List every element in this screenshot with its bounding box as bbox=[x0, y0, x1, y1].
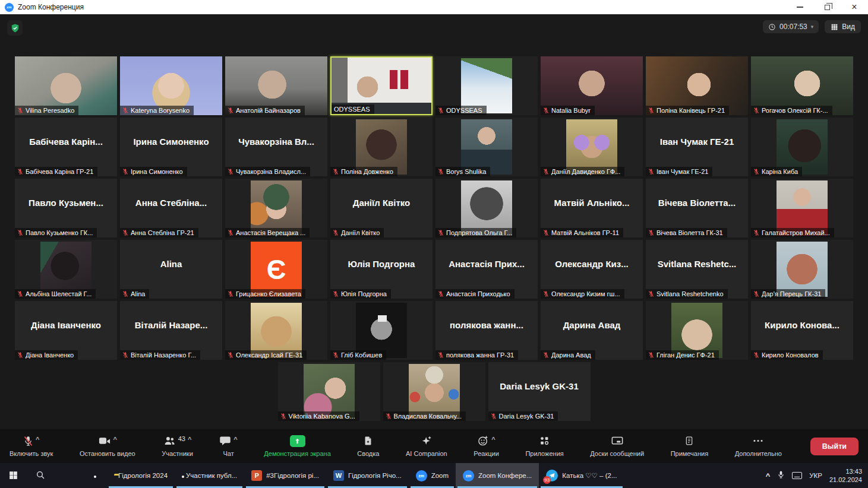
taskbar-app[interactable]: 93Катька ♡♡ – (2... bbox=[539, 463, 624, 488]
muted-mic-icon bbox=[333, 229, 339, 236]
toolbar-camera-button[interactable]: ^Остановить видео bbox=[80, 435, 135, 457]
participant-name-label: Галатайстров Михай... bbox=[751, 228, 834, 237]
participant-tile[interactable]: Дар'я Перець ГК-31 bbox=[751, 240, 853, 299]
participant-tile[interactable]: Вічева Віолетта... Вічева Віолетта ГК-31 bbox=[646, 179, 748, 237]
toolbar-ai-companion-button[interactable]: AI Companion bbox=[406, 435, 447, 457]
participant-tile[interactable]: Каріна Киба bbox=[751, 118, 853, 176]
participant-tile[interactable]: Юлія Подгорна Юлія Подгорна bbox=[330, 240, 433, 299]
tray-expand-icon[interactable]: ^ bbox=[766, 471, 771, 480]
participant-tile[interactable]: Галатайстров Михай... bbox=[751, 179, 853, 237]
taskbar-app[interactable]: zmZoom Конфере... bbox=[456, 463, 539, 488]
taskbar-app[interactable]: WГідрологія Річо... bbox=[326, 463, 409, 488]
participant-tile[interactable]: Бабічева Карін... Бабічева Каріна ГР-21 bbox=[15, 118, 117, 176]
meeting-timer[interactable]: 00:07:53 ▾ bbox=[763, 20, 819, 33]
participant-tile[interactable]: полякова жанн... полякова жанна ГР-31 bbox=[435, 301, 538, 360]
participant-tile[interactable]: Кирило Конова... Кирило Коновалов bbox=[751, 301, 853, 360]
tray-mic-icon[interactable] bbox=[777, 470, 785, 481]
chevron-up-icon[interactable]: ^ bbox=[113, 436, 117, 443]
toolbar-label: Сводка bbox=[357, 450, 379, 457]
chevron-up-icon[interactable]: ^ bbox=[188, 436, 191, 443]
muted-mic-icon bbox=[122, 290, 128, 297]
close-button[interactable]: × bbox=[841, 0, 868, 14]
taskbar-paint-button[interactable] bbox=[53, 463, 80, 488]
participant-tile[interactable]: Подпрятова Ольга Г... bbox=[435, 179, 538, 237]
participant-tile[interactable]: Рогачов Олексій ГК-... bbox=[751, 56, 853, 115]
participant-tile[interactable]: Іван Чумак ГЕ-21 Іван Чумак ГЕ-21 bbox=[646, 118, 748, 176]
taskbar-start-button[interactable] bbox=[0, 463, 27, 488]
toolbar-mic-muted-button[interactable]: ^Включить звук bbox=[10, 435, 53, 457]
participant-tile[interactable]: Даніїл Квітко Даніїл Квітко bbox=[330, 179, 433, 237]
participant-tile[interactable]: Анастасія Верещака ... bbox=[225, 179, 327, 237]
participant-tile[interactable]: Даніїл Давиденко ГФ... bbox=[541, 118, 643, 176]
taskbar-app[interactable]: zmZoom bbox=[409, 463, 456, 488]
taskbar-app[interactable]: P#3Гідрологія рі... bbox=[244, 463, 326, 488]
taskbar-app[interactable]: Гідрологія 2024 bbox=[107, 463, 175, 488]
chevron-up-icon[interactable]: ^ bbox=[233, 436, 237, 443]
toolbar-participants-button[interactable]: 43^Участники bbox=[162, 435, 193, 457]
toolbar-chat-button[interactable]: ^Чат bbox=[219, 435, 237, 457]
leave-button[interactable]: Выйти bbox=[810, 438, 858, 455]
participant-tile[interactable]: Олександр Ісай ГЕ-31 bbox=[225, 301, 327, 360]
taskbar-search-button[interactable] bbox=[27, 463, 53, 488]
toolbar-more-button[interactable]: Дополнительно bbox=[735, 435, 782, 457]
participant-display-name: Svitlana Reshetc... bbox=[646, 240, 748, 288]
toolbar-label: Доски сообщений bbox=[590, 450, 644, 457]
security-button[interactable] bbox=[7, 20, 23, 36]
participant-tile[interactable]: Natalia Bubyr bbox=[541, 56, 643, 115]
participant-tile[interactable]: Анна Стебліна... Анна Стебліна ГР-21 bbox=[120, 179, 222, 237]
participant-tile[interactable]: ODYSSEAS bbox=[435, 56, 538, 115]
participant-tile[interactable]: Анастасія Прих... Анастасія Приходько bbox=[435, 240, 538, 299]
participant-name-label: Даніїл Квітко bbox=[330, 228, 384, 237]
participant-tile[interactable]: Alina Alina bbox=[120, 240, 222, 299]
participant-tile[interactable]: Є Грицаєнко Єлизавета bbox=[225, 240, 327, 299]
taskbar-app[interactable]: Участник публ... bbox=[175, 463, 244, 488]
meeting-area: 00:07:53 ▾ Вид Vilina Peresadko Kateryna… bbox=[0, 14, 868, 463]
participant-tile[interactable]: Daria Lesyk GK-31 Daria Lesyk GK-31 bbox=[488, 362, 591, 421]
participant-tile[interactable]: Поліна Довженко bbox=[330, 118, 433, 176]
participant-tile[interactable]: Владислав Ковальчу... bbox=[383, 362, 485, 421]
toolbar-summary-button[interactable]: Сводка bbox=[357, 435, 379, 457]
participant-tile[interactable]: Павло Кузьмен... Павло Кузьменко ГК... bbox=[15, 179, 117, 237]
taskbar-chrome-button[interactable] bbox=[80, 463, 107, 488]
participant-tile[interactable]: Матвій Альніко... Матвій Альніков ГР-11 bbox=[541, 179, 643, 237]
participant-tile[interactable]: Віталій Назаре... Віталій Назаренко Г... bbox=[120, 301, 222, 360]
maximize-button[interactable] bbox=[813, 0, 841, 14]
participant-tile[interactable]: Олександр Киз... Олександр Кизим гш... bbox=[541, 240, 643, 299]
participant-tile[interactable]: Чувакорзіна Вл... Чувакорзіна Владисл... bbox=[225, 118, 327, 176]
participant-tile[interactable]: Ірина Симоненко Ірина Симоненко bbox=[120, 118, 222, 176]
participant-tile[interactable]: Borys Shulika bbox=[435, 118, 538, 176]
minimize-button[interactable] bbox=[786, 0, 813, 14]
participant-tile[interactable]: Дарина Авад Дарина Авад bbox=[541, 301, 643, 360]
clock-widget[interactable]: 13:43 21.02.2024 bbox=[829, 467, 862, 484]
toolbar-notes-button[interactable]: Примечания bbox=[671, 435, 709, 457]
participant-name-label: Юлія Подгорна bbox=[330, 289, 391, 299]
touch-keyboard-icon[interactable] bbox=[792, 472, 802, 479]
participant-tile[interactable]: ODYSSEAS bbox=[330, 56, 433, 115]
muted-mic-icon bbox=[438, 229, 444, 236]
participant-name-label: Діана Іванченко bbox=[15, 350, 78, 360]
zoom-logo-icon: zm bbox=[5, 3, 14, 12]
participant-tile[interactable]: Альбіна Шелестай Г... bbox=[15, 240, 117, 299]
participant-tile[interactable]: Kateryna Borysenko bbox=[120, 56, 222, 115]
chevron-up-icon[interactable]: ^ bbox=[36, 436, 39, 443]
toolbar-icon-row bbox=[421, 435, 433, 448]
participant-tile[interactable]: Svitlana Reshetc... Svitlana Reshetchenk… bbox=[646, 240, 748, 299]
participant-tile[interactable]: Vilina Peresadko bbox=[15, 56, 117, 115]
chevron-up-icon[interactable]: ^ bbox=[491, 436, 495, 443]
muted-mic-icon bbox=[17, 107, 23, 114]
toolbar-whiteboard-button[interactable]: Доски сообщений bbox=[590, 435, 644, 457]
participant-tile[interactable]: Діана Іванченко Діана Іванченко bbox=[15, 301, 117, 360]
participant-tile[interactable]: Поліна Канівець ГР-21 bbox=[646, 56, 748, 115]
participant-name-label: Borys Shulika bbox=[435, 167, 490, 176]
participant-tile[interactable]: Гліган Денис ГФ-21 bbox=[646, 301, 748, 360]
participant-display-name: Анастасія Прих... bbox=[435, 240, 538, 288]
toolbar-apps-button[interactable]: Приложения bbox=[525, 435, 563, 457]
toolbar-share-screen-button[interactable]: Демонстрация экрана bbox=[264, 435, 330, 457]
participant-tile[interactable]: Анатолій Байназаров bbox=[225, 56, 327, 115]
timer-dropdown-icon[interactable]: ▾ bbox=[811, 24, 814, 30]
participant-tile[interactable]: Viktoriia Kabanova G... bbox=[278, 362, 380, 421]
view-button[interactable]: Вид bbox=[825, 20, 861, 33]
language-indicator[interactable]: УКР bbox=[809, 472, 822, 479]
participant-tile[interactable]: Гліб Кобишев bbox=[330, 301, 433, 360]
toolbar-reactions-button[interactable]: ^Реакции bbox=[474, 435, 499, 457]
